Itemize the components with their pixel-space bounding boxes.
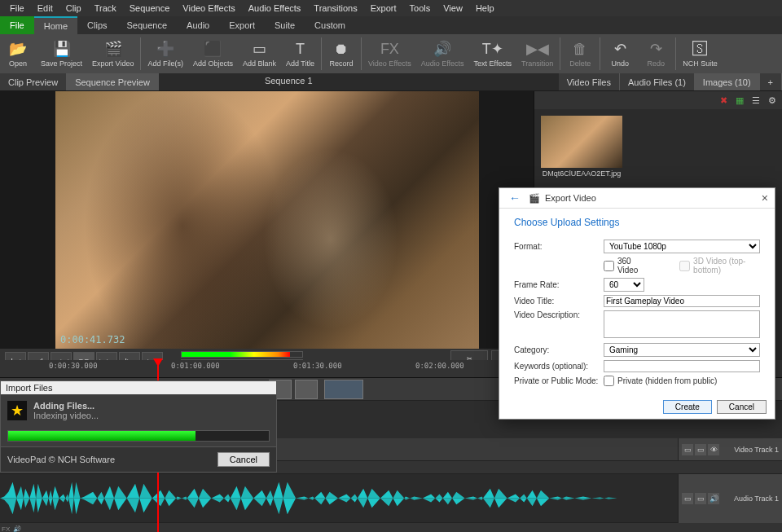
nch-suite-button[interactable]: 🅂NCH Suite bbox=[678, 36, 723, 72]
close-icon[interactable]: × bbox=[762, 191, 768, 204]
audio-fx-row[interactable]: FX 🔊 bbox=[0, 523, 782, 532]
media-tab-audio-files[interactable]: Audio Files (1) bbox=[620, 73, 695, 90]
menu-edit[interactable]: Edit bbox=[31, 2, 59, 15]
grid-view-icon[interactable]: ▦ bbox=[733, 94, 746, 107]
add-title-button[interactable]: TAdd Title bbox=[281, 36, 319, 72]
ribbon-tabs: File HomeClipsSequenceAudioExportSuiteCu… bbox=[0, 16, 782, 34]
menu-sequence[interactable]: Sequence bbox=[123, 2, 177, 15]
ribbon-tab-sequence[interactable]: Sequence bbox=[117, 16, 178, 34]
dialog-titlebar: ← 🎬 Export Video × bbox=[499, 188, 775, 209]
undo-icon: ↶ bbox=[611, 40, 629, 58]
timecode-display: 0:00:41.732 bbox=[60, 334, 125, 345]
menu-transitions[interactable]: Transitions bbox=[307, 2, 363, 15]
category-select[interactable]: Gaming bbox=[604, 343, 760, 357]
create-button[interactable]: Create bbox=[663, 400, 712, 414]
add-tab-button[interactable]: + bbox=[760, 73, 782, 90]
ribbon-tab-clips[interactable]: Clips bbox=[77, 16, 116, 34]
record-icon: ⏺ bbox=[332, 40, 350, 58]
video-desc-textarea[interactable] bbox=[604, 310, 760, 338]
open-button[interactable]: 📂Open bbox=[0, 36, 36, 72]
text-effects-button[interactable]: T✦Text Effects bbox=[469, 36, 516, 72]
delete-icon: 🗑 bbox=[571, 40, 589, 58]
menu-help[interactable]: Help bbox=[469, 2, 501, 15]
audio-track-1[interactable]: ▭ ▭ 🔊 Audio Track 1 bbox=[0, 474, 782, 523]
export-video-button[interactable]: 🎬Export Video bbox=[87, 36, 138, 72]
track-mute-icon[interactable]: ▭ bbox=[695, 493, 706, 504]
video-title-input[interactable] bbox=[604, 295, 760, 307]
ribbon-tab-export[interactable]: Export bbox=[219, 16, 265, 34]
transition-button[interactable]: ▶◀Transition bbox=[516, 36, 558, 72]
tool-label: Transition bbox=[521, 59, 553, 68]
tool-label: Delete bbox=[569, 59, 591, 68]
ribbon-tab-home[interactable]: Home bbox=[34, 16, 77, 34]
menu-view[interactable]: View bbox=[437, 2, 469, 15]
clip-transition[interactable] bbox=[324, 380, 363, 399]
menu-tools[interactable]: Tools bbox=[403, 2, 437, 15]
360-video-checkbox[interactable] bbox=[604, 261, 614, 271]
add-file-s--button[interactable]: ➕Add File(s) bbox=[143, 36, 188, 72]
delete-icon[interactable]: ✖ bbox=[717, 94, 730, 107]
undo-button[interactable]: ↶Undo bbox=[602, 36, 638, 72]
tool-label: Add Blank bbox=[243, 59, 276, 68]
3d-video-checkbox bbox=[679, 261, 690, 271]
clip-preview-tab[interactable]: Clip Preview bbox=[0, 73, 67, 90]
media-tab-video-files[interactable]: Video Files bbox=[559, 73, 620, 90]
file-tab[interactable]: File bbox=[0, 16, 34, 34]
menu-video-effects[interactable]: Video Effects bbox=[176, 2, 241, 15]
dialog-title: Import Files bbox=[1, 381, 276, 394]
track-speaker-icon[interactable]: 🔊 bbox=[708, 493, 719, 504]
menu-file[interactable]: File bbox=[3, 2, 31, 15]
ruler-tick: 0:01:30.000 bbox=[293, 362, 342, 370]
track-mute-icon[interactable]: ▭ bbox=[695, 444, 706, 455]
track-label: Video Track 1 bbox=[734, 446, 779, 454]
ribbon-tab-audio[interactable]: Audio bbox=[177, 16, 219, 34]
export-video-dialog: ← 🎬 Export Video × Choose Upload Setting… bbox=[499, 187, 775, 420]
back-arrow-icon[interactable]: ← bbox=[506, 191, 524, 204]
track-solo-icon[interactable]: 👁 bbox=[708, 444, 719, 455]
360-video-label: 360 Video bbox=[617, 257, 647, 275]
cancel-button[interactable]: Cancel bbox=[217, 452, 270, 467]
ribbon-tab-custom[interactable]: Custom bbox=[305, 16, 355, 34]
media-thumbnail[interactable]: DMqt6ClUEAAO2ET.jpg bbox=[541, 116, 622, 178]
3d-video-label: 3D Video (top-bottom) bbox=[693, 257, 760, 275]
menu-audio-effects[interactable]: Audio Effects bbox=[242, 2, 308, 15]
keywords-input[interactable] bbox=[604, 360, 760, 372]
track-lock-icon[interactable]: ▭ bbox=[682, 444, 693, 455]
private-label: Private (hidden from public) bbox=[617, 376, 717, 385]
ribbon-tab-suite[interactable]: Suite bbox=[265, 16, 305, 34]
cancel-button[interactable]: Cancel bbox=[717, 400, 767, 414]
transition-icon: ▶◀ bbox=[529, 40, 547, 58]
tool-label: Video Effects bbox=[368, 59, 411, 68]
video-preview[interactable] bbox=[55, 91, 479, 360]
add-blank-button[interactable]: ▭Add Blank bbox=[238, 36, 281, 72]
redo-icon: ↷ bbox=[647, 40, 665, 58]
video-effects-button[interactable]: FXVideo Effects bbox=[363, 36, 416, 72]
list-view-icon[interactable]: ☰ bbox=[749, 94, 762, 107]
track-lock-icon[interactable]: ▭ bbox=[682, 493, 693, 504]
ruler-tick: 0:00:30.000 bbox=[49, 362, 98, 370]
private-checkbox[interactable] bbox=[604, 376, 614, 386]
tool-label: Add File(s) bbox=[147, 59, 183, 68]
format-select[interactable]: YouTube 1080p bbox=[604, 240, 760, 253]
video-desc-label: Video Description: bbox=[514, 310, 604, 319]
media-tab-images[interactable]: Images (10) bbox=[695, 73, 760, 90]
add-objects-button[interactable]: ⬛Add Objects bbox=[188, 36, 238, 72]
framerate-select[interactable]: 60 bbox=[604, 278, 644, 292]
import-heading: Adding Files... bbox=[33, 401, 99, 411]
menu-clip[interactable]: Clip bbox=[59, 2, 88, 15]
save-icon: 💾 bbox=[53, 40, 71, 58]
import-status: Indexing video... bbox=[33, 411, 99, 420]
save-project-button[interactable]: 💾Save Project bbox=[36, 36, 87, 72]
menu-track[interactable]: Track bbox=[88, 2, 123, 15]
record-button[interactable]: ⏺Record bbox=[323, 36, 359, 72]
delete-button[interactable]: 🗑Delete bbox=[562, 36, 598, 72]
menu-export[interactable]: Export bbox=[364, 2, 403, 15]
progress-bar bbox=[7, 430, 270, 442]
fx-speaker-icon[interactable]: 🔊 bbox=[13, 525, 21, 532]
options-icon[interactable]: ⚙ bbox=[766, 94, 779, 107]
redo-button[interactable]: ↷Redo bbox=[638, 36, 674, 72]
clip-thumbnail[interactable] bbox=[295, 380, 318, 399]
audio-effects-button[interactable]: 🔊Audio Effects bbox=[416, 36, 469, 72]
preview-tab-bar: Clip Preview Sequence Preview Sequence 1… bbox=[0, 73, 782, 91]
sequence-preview-tab[interactable]: Sequence Preview bbox=[67, 73, 159, 90]
